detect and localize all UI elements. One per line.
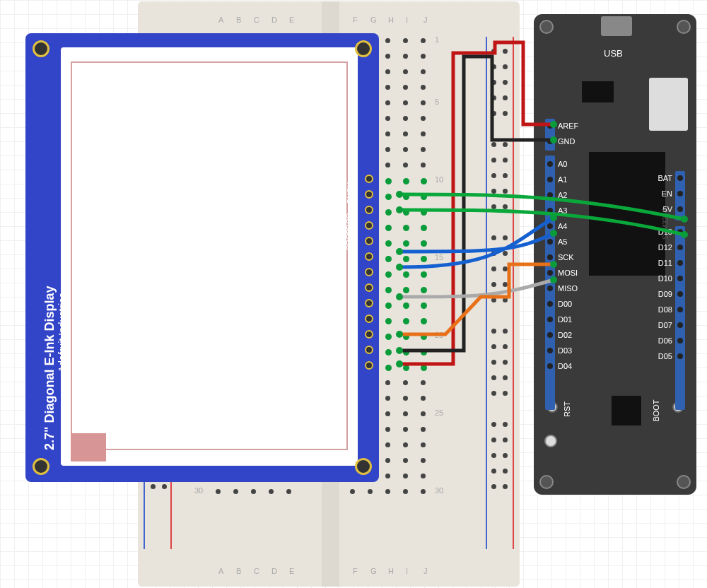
bb-tie-hole (385, 380, 390, 385)
bb-tie-hole (421, 147, 426, 152)
bb-tie-hole (403, 100, 408, 105)
bb-row-label: 10 (435, 175, 443, 184)
bb-tie-hole (403, 474, 408, 478)
mcu-pin-a1 (547, 177, 553, 182)
bb-tie-hole (385, 100, 390, 105)
bb-rail-hole (503, 391, 508, 396)
bb-tie-hole (421, 54, 426, 59)
bb-tie-hole (385, 302, 392, 309)
screw-hole (33, 458, 49, 475)
eink-pin-ena (365, 175, 373, 183)
bb-row-label: 1 (435, 35, 439, 44)
bb-col-label: A (218, 567, 223, 575)
mcu-pin-label: A1 (558, 175, 567, 184)
mcu-pin-label: A3 (558, 206, 567, 215)
eink-pin-sdcs (365, 221, 373, 230)
bb-tie-hole (421, 489, 426, 494)
mcu-pin-label: D08 (658, 305, 672, 314)
bb-col-label: I (406, 16, 408, 24)
bb-row-label: 15 (435, 253, 443, 261)
mcu-pin-miso (547, 286, 553, 291)
bb-tie-hole (385, 163, 390, 167)
bb-rail-hole (491, 64, 496, 69)
bb-tie-hole (421, 194, 427, 200)
bb-rail-hole (503, 251, 508, 256)
bb-rail-hole (491, 235, 496, 240)
mcu-pin-bat (677, 175, 683, 181)
mcu-pin-label: D01 (558, 315, 572, 324)
mcu-pin-d04 (547, 363, 553, 369)
bb-col-label: H (388, 16, 394, 24)
bb-rail-hole (491, 375, 496, 380)
mount-hole (539, 20, 554, 34)
eink-title: 2.7" Diagonal E-Ink Display (42, 286, 57, 450)
eink-pin-busy (365, 190, 373, 199)
bb-tie-hole (403, 427, 408, 432)
bb-tie-hole (403, 396, 408, 401)
mcu-pin-d07 (677, 322, 683, 328)
bb-col-label: I (406, 567, 408, 575)
bb-rail-hole (491, 453, 496, 458)
mcu-pin-d00 (547, 301, 553, 307)
header-right-2 (675, 226, 685, 410)
bb-col-label: H (388, 567, 394, 575)
bb-rail-hole (491, 142, 496, 147)
bb-rail-hole (491, 80, 496, 85)
bb-rail-hole (503, 453, 508, 458)
mcu-pin-label: D11 (658, 259, 672, 267)
bb-tie-hole (385, 256, 392, 262)
bb-tie-hole (385, 209, 392, 216)
bb-tie-hole (403, 302, 409, 309)
bb-tie-hole (385, 147, 390, 152)
bb-col-label: D (271, 567, 277, 575)
bb-row-label: 30 (194, 486, 203, 495)
bb-tie-hole (421, 349, 427, 355)
microcontroller-board: USB STM32F7 RST BOOT AREFGNDA0A1A2A3A4A5… (534, 14, 696, 495)
mcu-pin-aref (547, 123, 553, 129)
bb-col-label: J (423, 567, 428, 575)
mcu-pin-a4 (547, 223, 553, 229)
bb-rail-hole (491, 49, 496, 54)
bb-rail-hole (503, 360, 508, 365)
eink-display-module: 2.7" Diagonal E-Ink Display Adafruit Ind… (25, 33, 379, 482)
usb-port (601, 16, 632, 36)
bb-tie-hole (403, 318, 409, 324)
bb-rail-hole (491, 158, 496, 163)
bb-tie-hole (421, 178, 427, 184)
bb-rail-hole (503, 484, 508, 489)
bb-tie-hole (403, 365, 409, 371)
bb-tie-hole (251, 489, 256, 494)
bb-tie-hole (385, 411, 390, 416)
mcu-pin-label: D05 (658, 352, 672, 360)
mcu-pin-label: BAT (658, 174, 672, 182)
mcu-pin-label: D07 (658, 321, 672, 329)
bb-rail-hole (491, 329, 496, 334)
bb-tie-hole (385, 240, 392, 247)
bb-tie-hole (421, 318, 427, 324)
bb-tie-hole (421, 442, 426, 447)
bb-rail-hole (503, 142, 508, 147)
bb-row-label: 30 (435, 486, 443, 495)
bb-rail-hole (491, 484, 496, 489)
bb-tie-hole (403, 334, 409, 340)
bb-tie-hole (421, 271, 427, 278)
mcu-pin-label: A5 (558, 237, 567, 246)
bb-tie-hole (385, 271, 392, 278)
bb-rail-hole (503, 235, 508, 240)
mcu-pin-en (677, 191, 683, 196)
bb-rail-hole (503, 329, 508, 334)
bb-tie-hole (403, 163, 408, 167)
bb-rail-hole (503, 95, 508, 100)
mcu-pin-d01 (547, 317, 553, 322)
mcu-pin-label: A0 (558, 160, 567, 168)
bb-rail-hole (491, 391, 496, 396)
mcu-pin-a0 (547, 161, 553, 167)
bb-tie-hole (385, 194, 392, 200)
eink-subtitle: Adafruit Industries (57, 293, 68, 372)
bb-tie-hole (385, 458, 390, 463)
eink-pin-csk (365, 314, 373, 323)
mcu-pin-label: GND (558, 137, 575, 146)
bb-col-label: D (271, 16, 277, 24)
bb-col-label: G (370, 567, 377, 575)
mcu-pin-sck (547, 254, 553, 260)
